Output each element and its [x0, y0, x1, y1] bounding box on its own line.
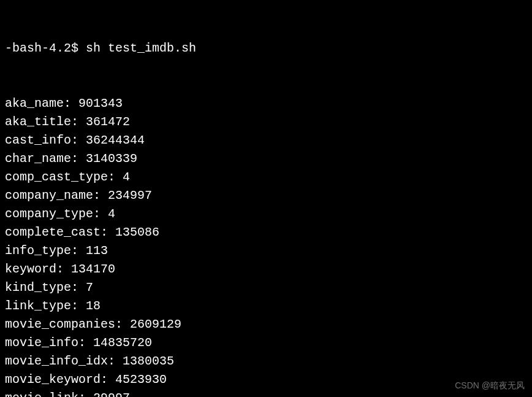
output-line: movie_info: 14835720 — [5, 334, 527, 352]
output-line: aka_title: 361472 — [5, 113, 527, 131]
command-line: -bash-4.2$ sh test_imdb.sh — [5, 39, 527, 58]
output-line: char_name: 3140339 — [5, 150, 527, 168]
output-key: kind_type — [5, 280, 71, 295]
output-value: 14835720 — [93, 336, 152, 350]
output-value: 4 — [123, 170, 130, 184]
output-value: 18 — [86, 299, 101, 313]
output-value: 134170 — [71, 262, 115, 276]
output-value: 7 — [86, 280, 93, 295]
output-line: kind_type: 7 — [5, 279, 527, 297]
output-key: movie_info — [5, 336, 78, 350]
output-value: 4523930 — [115, 372, 167, 387]
output-key: info_type — [5, 244, 71, 258]
output-key: company_type — [5, 207, 93, 221]
output-line: keyword: 134170 — [5, 260, 527, 279]
output-line: cast_info: 36244344 — [5, 131, 527, 150]
terminal-output[interactable]: -bash-4.2$ sh test_imdb.sh aka_name: 901… — [5, 2, 527, 397]
output-line: movie_companies: 2609129 — [5, 315, 527, 334]
output-value: 29997 — [93, 391, 130, 397]
command-text: sh test_imdb.sh — [86, 41, 196, 55]
output-value: 2609129 — [130, 317, 181, 331]
output-line: movie_link: 29997 — [5, 389, 527, 397]
output-key: movie_info_idx — [5, 354, 108, 368]
output-line: aka_name: 901343 — [5, 94, 527, 113]
output-key: company_name — [5, 188, 93, 202]
output-key: aka_title — [5, 115, 71, 129]
output-line: company_type: 4 — [5, 205, 527, 223]
output-line: movie_info_idx: 1380035 — [5, 352, 527, 371]
output-value: 4 — [108, 207, 115, 221]
output-key: movie_link — [5, 391, 78, 397]
output-key: comp_cast_type — [5, 170, 108, 184]
output-line: company_name: 234997 — [5, 187, 527, 205]
output-key: aka_name — [5, 96, 64, 110]
output-value: 901343 — [78, 96, 123, 110]
output-key: movie_keyword — [5, 372, 101, 387]
output-value: 36244344 — [86, 133, 145, 147]
watermark-text: CSDN @暗夜无风 — [455, 379, 525, 392]
output-line: comp_cast_type: 4 — [5, 168, 527, 187]
output-key: cast_info — [5, 133, 71, 147]
output-value: 234997 — [108, 188, 152, 202]
output-value: 3140339 — [86, 152, 137, 166]
output-key: complete_cast — [5, 225, 101, 239]
output-value: 1380035 — [123, 354, 174, 368]
output-line: link_type: 18 — [5, 297, 527, 315]
output-value: 135086 — [115, 225, 159, 239]
output-key: char_name — [5, 152, 71, 166]
output-line: info_type: 113 — [5, 242, 527, 260]
output-line: complete_cast: 135086 — [5, 223, 527, 242]
output-line: movie_keyword: 4523930 — [5, 371, 527, 389]
output-key: link_type — [5, 299, 71, 313]
output-key: keyword — [5, 262, 56, 276]
output-container: aka_name: 901343aka_title: 361472cast_in… — [5, 94, 527, 397]
output-value: 361472 — [86, 115, 130, 129]
output-key: movie_companies — [5, 317, 115, 331]
shell-prompt: -bash-4.2$ — [5, 41, 86, 55]
output-value: 113 — [86, 244, 108, 258]
